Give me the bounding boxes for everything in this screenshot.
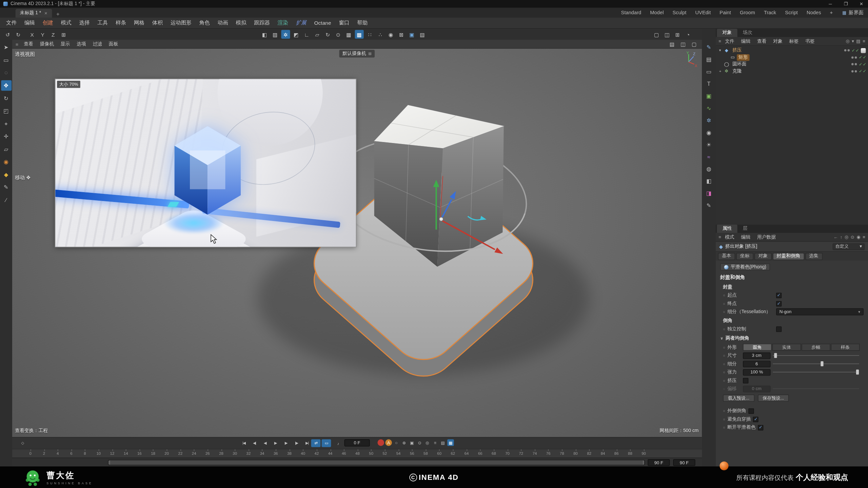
- menubar-item[interactable]: 模式: [57, 19, 75, 26]
- add-layout-button[interactable]: +: [826, 9, 836, 17]
- timeline-scrollbar[interactable]: [108, 460, 645, 465]
- range-toggle[interactable]: ▭: [322, 439, 331, 447]
- ruler-tick[interactable]: 78: [560, 451, 564, 455]
- menubar-item[interactable]: 帮助: [353, 19, 372, 26]
- ruler-tick[interactable]: 14: [124, 451, 128, 455]
- menubar-item[interactable]: Octane: [310, 20, 335, 26]
- rect-selection-tool[interactable]: ▭: [1, 55, 11, 65]
- menubar-item[interactable]: 创建: [39, 19, 57, 26]
- ruler-tick[interactable]: 28: [219, 451, 223, 455]
- vertex-snap-icon[interactable]: ∴: [376, 30, 385, 39]
- ruler-tick[interactable]: 32: [246, 451, 251, 455]
- ruler-tick[interactable]: 74: [533, 451, 537, 455]
- lock-icon[interactable]: ◉: [856, 235, 860, 240]
- viewport-menu-item[interactable]: 显示: [57, 41, 73, 47]
- viewport-menu-item[interactable]: 查看: [20, 41, 36, 47]
- view-mode-icon[interactable]: ▤: [856, 39, 860, 44]
- ruler-tick[interactable]: 8: [84, 451, 86, 455]
- end-checkbox[interactable]: [776, 301, 782, 306]
- attr-tab-封盖和倒角[interactable]: 封盖和倒角: [773, 252, 804, 260]
- menubar-item[interactable]: 工具: [94, 19, 112, 26]
- object-label[interactable]: 圆环面: [731, 61, 748, 68]
- ruler-tick[interactable]: 80: [573, 451, 578, 455]
- tessellation-dropdown[interactable]: N-gon ▾: [776, 308, 864, 315]
- play-button[interactable]: ▶: [271, 439, 280, 447]
- project-end-field[interactable]: 90 F: [673, 459, 695, 466]
- ruler-tick[interactable]: 16: [137, 451, 142, 455]
- ruler-tick[interactable]: 12: [110, 451, 115, 455]
- ruler-tick[interactable]: 76: [546, 451, 551, 455]
- ruler-tick[interactable]: 30: [233, 451, 237, 455]
- visibility-dots[interactable]: [852, 70, 857, 73]
- panel-menu-icon[interactable]: ≡: [863, 235, 865, 240]
- layout-tab-sculpt[interactable]: Sculpt: [669, 9, 690, 17]
- frame-icon[interactable]: ▭: [704, 66, 714, 77]
- lock-z-icon[interactable]: Z: [49, 30, 58, 39]
- enabled-check-icon[interactable]: ✓: [859, 55, 862, 60]
- close-button[interactable]: ✕: [858, 1, 865, 6]
- quantize-icon[interactable]: ∷: [366, 30, 374, 39]
- extrusion-checkbox[interactable]: [743, 378, 748, 383]
- shape-option[interactable]: 实体: [772, 344, 801, 351]
- menubar-item[interactable]: 运动图形: [166, 19, 195, 26]
- visibility-dots[interactable]: [852, 63, 857, 66]
- snap-tool[interactable]: ◉: [1, 157, 11, 167]
- attr-tab-选集[interactable]: 选集: [805, 252, 823, 260]
- next-key-button[interactable]: |▶: [292, 439, 301, 447]
- menubar-item[interactable]: 网格: [130, 19, 149, 26]
- phong-tag-icon[interactable]: [861, 48, 866, 53]
- interface-switcher[interactable]: ▦ 新界面: [842, 9, 864, 16]
- layers-icon[interactable]: ▤: [704, 54, 714, 65]
- ruler-tick[interactable]: 82: [587, 451, 591, 455]
- menubar-item[interactable]: 跟踪器: [250, 19, 274, 26]
- render-picture-viewer-icon[interactable]: ▨: [271, 30, 279, 39]
- avoid-self-intersection-checkbox[interactable]: [753, 416, 758, 422]
- menubar-item[interactable]: 体积: [149, 19, 167, 26]
- preset-dropdown[interactable]: 自定义 ▾: [833, 243, 865, 250]
- menubar-item[interactable]: 扩展: [292, 19, 310, 26]
- panel-menu-icon[interactable]: ≡: [718, 235, 721, 240]
- enabled-check-icon[interactable]: ✓: [856, 48, 859, 53]
- sound-icon[interactable]: ♪: [333, 439, 343, 447]
- attr-tab-坐标[interactable]: 坐标: [736, 252, 753, 260]
- outer-bevel-checkbox[interactable]: [748, 408, 754, 413]
- layout-tab-paint[interactable]: Paint: [716, 9, 735, 17]
- close-tab-icon[interactable]: ×: [44, 11, 47, 16]
- tab-场次[interactable]: 场次: [737, 29, 758, 37]
- panel-menu-item[interactable]: 对象: [770, 38, 785, 45]
- ruler-tick[interactable]: 0: [29, 451, 32, 455]
- ruler-tick[interactable]: 52: [383, 451, 387, 455]
- layout-tab-groom[interactable]: Groom: [736, 9, 759, 17]
- ruler-tick[interactable]: 10: [96, 451, 101, 455]
- ruler-tick[interactable]: 26: [205, 451, 210, 455]
- object-label[interactable]: 克隆: [731, 68, 744, 75]
- autokey-button[interactable]: A: [385, 439, 392, 446]
- visibility-dots[interactable]: [844, 49, 850, 52]
- ruler-tick[interactable]: 36: [274, 451, 278, 455]
- live-selection-tool[interactable]: ➤: [1, 42, 11, 53]
- layout-split-icon[interactable]: ◫: [663, 30, 671, 39]
- visibility-dots[interactable]: [852, 56, 857, 59]
- independent-checkbox[interactable]: [776, 326, 782, 331]
- menubar-item[interactable]: 编辑: [20, 19, 39, 26]
- both-bevel-header[interactable]: ∨ 两者均倒角: [716, 333, 868, 343]
- editor-visibility-dot[interactable]: [852, 56, 854, 59]
- light-icon[interactable]: ☀: [704, 139, 714, 150]
- ruler-tick[interactable]: 58: [423, 451, 428, 455]
- layout-quad-icon[interactable]: ⊞: [673, 30, 682, 39]
- shape-option[interactable]: 步幅: [802, 344, 830, 351]
- save-preset-button[interactable]: 保存预设...: [758, 394, 789, 402]
- enabled-check-icon[interactable]: ✓: [859, 69, 862, 74]
- panel-menu-item[interactable]: 查看: [754, 38, 769, 45]
- segments-value-field[interactable]: 6: [743, 361, 771, 367]
- viewport-menu-icon[interactable]: ≡: [16, 41, 18, 47]
- prev-frame-button[interactable]: ◀: [260, 439, 270, 447]
- text-tool-icon[interactable]: T: [704, 79, 714, 89]
- ruler-tick[interactable]: 34: [260, 451, 264, 455]
- enable-checks[interactable]: ✓✓: [852, 48, 859, 53]
- ruler-tick[interactable]: 22: [178, 451, 183, 455]
- tree-row[interactable]: ◯圆环面✓✓: [716, 61, 868, 68]
- magnet-icon[interactable]: ◉: [387, 30, 395, 39]
- tab-属性[interactable]: 属性: [717, 225, 737, 233]
- ruler-tick[interactable]: 2: [43, 451, 45, 455]
